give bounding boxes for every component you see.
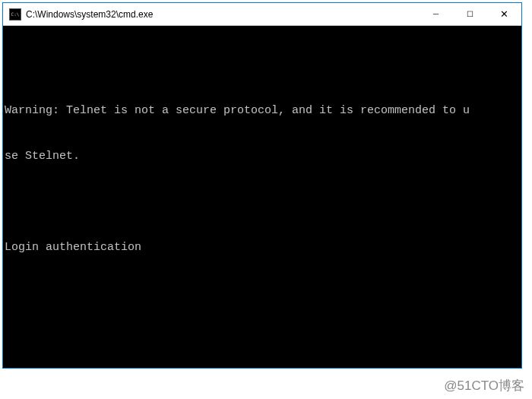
- cmd-window: C:\Windows\system32\cmd.exe ─ ☐ ✕ Warnin…: [2, 2, 522, 369]
- terminal-line: se Stelnet.: [5, 149, 521, 164]
- terminal-line: Login authentication: [5, 240, 521, 255]
- titlebar[interactable]: C:\Windows\system32\cmd.exe ─ ☐ ✕: [3, 3, 521, 26]
- window-title: C:\Windows\system32\cmd.exe: [26, 9, 419, 20]
- terminal-output[interactable]: Warning: Telnet is not a secure protocol…: [3, 26, 521, 368]
- cmd-icon: [9, 8, 21, 21]
- terminal-line: Warning: Telnet is not a secure protocol…: [5, 103, 521, 119]
- terminal-line: [5, 58, 521, 73]
- minimize-button[interactable]: ─: [419, 3, 453, 25]
- watermark: @51CTO博客: [444, 377, 524, 394]
- close-button[interactable]: ✕: [487, 3, 521, 25]
- terminal-line: [5, 286, 521, 301]
- terminal-line: [5, 195, 521, 210]
- window-controls: ─ ☐ ✕: [419, 3, 521, 25]
- maximize-button[interactable]: ☐: [453, 3, 487, 25]
- terminal-line: [5, 331, 521, 347]
